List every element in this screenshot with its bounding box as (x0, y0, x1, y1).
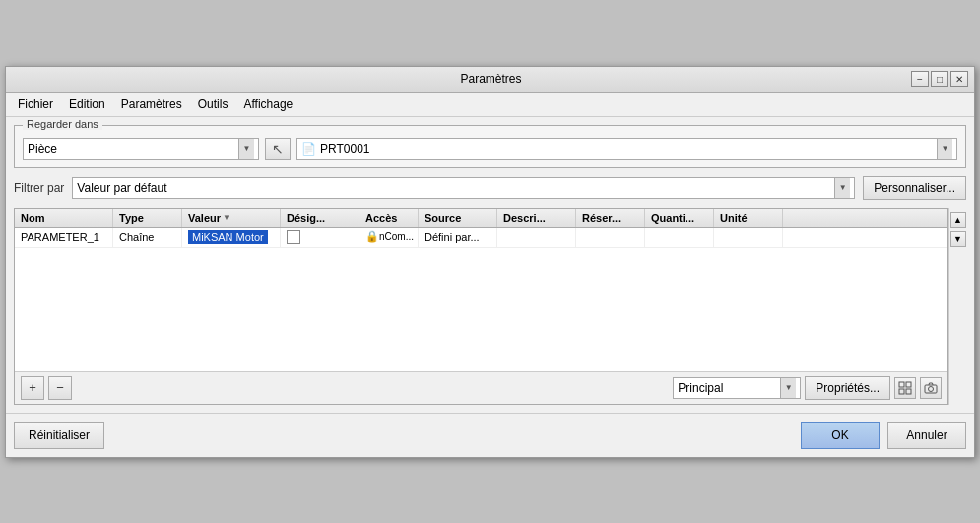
path-value: PRT0001 (320, 142, 369, 156)
menu-edition[interactable]: Edition (61, 95, 113, 114)
filter-combo[interactable]: Valeur par défaut ▼ (72, 177, 855, 199)
principal-arrow: ▼ (780, 378, 796, 398)
filter-row: Filtrer par Valeur par défaut ▼ Personna… (14, 176, 966, 200)
cell-source: Défini par... (419, 228, 497, 247)
cell-valeur-highlight: MiKSAN Motor (188, 230, 268, 244)
close-button[interactable]: ✕ (950, 71, 968, 87)
col-header-type: Type (113, 209, 182, 227)
svg-rect-3 (906, 389, 911, 394)
bottom-right-controls: Principal ▼ Propriétés... (673, 376, 942, 400)
personnaliser-button[interactable]: Personnaliser... (863, 176, 966, 200)
table-grid-icon[interactable] (894, 377, 916, 399)
cell-nom: PARAMETER_1 (15, 228, 113, 247)
menu-affichage[interactable]: Affichage (235, 95, 300, 114)
principal-value: Principal (678, 381, 723, 395)
cell-reser (576, 228, 645, 247)
cell-unite (714, 228, 783, 247)
menu-parametres[interactable]: Paramètres (113, 95, 190, 114)
footer-right: OK Annuler (801, 422, 966, 449)
path-combo[interactable]: 📄 PRT0001 ▼ (296, 138, 957, 160)
regarder-dans-combo[interactable]: Pièce ▼ (23, 138, 259, 160)
add-button[interactable]: + (21, 376, 44, 400)
cell-valeur[interactable]: MiKSAN Motor (182, 228, 281, 247)
main-window: Paramètres − □ ✕ Fichier Edition Paramèt… (5, 66, 975, 458)
table-header: Nom Type Valeur ▼ Désig... Accès (15, 209, 947, 228)
scroll-sidebar: ▲ ▼ (948, 208, 966, 405)
cell-descri (497, 228, 576, 247)
col-header-unite: Unité (714, 209, 783, 227)
path-icon: 📄 (301, 142, 316, 156)
regarder-dans-group: Regarder dans Pièce ▼ ↖ 📄 PRT0001 ▼ (14, 125, 966, 168)
scroll-up-arrow[interactable]: ▲ (950, 212, 966, 228)
menu-fichier[interactable]: Fichier (10, 95, 61, 114)
principal-combo[interactable]: Principal ▼ (673, 377, 801, 399)
cell-extra (783, 228, 947, 247)
lock-icon: 🔒 (365, 230, 379, 243)
filter-value: Valeur par défaut (77, 181, 166, 195)
minimize-button[interactable]: − (911, 71, 929, 87)
svg-point-5 (929, 386, 934, 391)
regarder-dans-legend: Regarder dans (23, 118, 102, 130)
regarder-dans-value: Pièce (28, 142, 57, 156)
footer: Réinitialiser OK Annuler (6, 413, 974, 457)
reinitialiser-button[interactable]: Réinitialiser (14, 422, 104, 449)
menu-outils[interactable]: Outils (190, 95, 236, 114)
cursor-button[interactable]: ↖ (265, 138, 291, 160)
svg-rect-2 (899, 389, 904, 394)
annuler-button[interactable]: Annuler (887, 422, 966, 449)
ok-button[interactable]: OK (801, 422, 880, 449)
regarder-dans-arrow: ▼ (238, 139, 254, 159)
content-area: Regarder dans Pièce ▼ ↖ 📄 PRT0001 ▼ Filt… (6, 117, 974, 413)
desig-checkbox[interactable] (287, 230, 300, 244)
cell-type: Chaîne (113, 228, 182, 247)
col-header-descri: Descri... (497, 209, 576, 227)
col-header-quanti: Quanti... (645, 209, 714, 227)
properties-button[interactable]: Propriétés... (805, 376, 890, 400)
window-title: Paramètres (71, 72, 911, 86)
scroll-down-arrow[interactable]: ▼ (950, 231, 966, 247)
remove-button[interactable]: − (48, 376, 72, 400)
add-remove-buttons: + − (21, 376, 72, 400)
cell-acces: 🔒 nCom... (359, 228, 419, 247)
table-container: Nom Type Valeur ▼ Désig... Accès (14, 208, 948, 405)
col-header-acces: Accès (359, 209, 419, 227)
footer-left: Réinitialiser (14, 422, 104, 449)
col-header-reser: Réser... (576, 209, 645, 227)
restore-button[interactable]: □ (931, 71, 948, 87)
svg-rect-0 (899, 382, 904, 387)
col-header-source: Source (419, 209, 497, 227)
svg-rect-1 (906, 382, 911, 387)
cell-quanti (645, 228, 714, 247)
col-header-nom: Nom (15, 209, 113, 227)
col-header-valeur[interactable]: Valeur ▼ (182, 209, 281, 227)
table-area: Nom Type Valeur ▼ Désig... Accès (14, 208, 966, 405)
col-header-desig: Désig... (281, 209, 359, 227)
table-bottom-toolbar: + − Principal ▼ Propriétés... (15, 371, 947, 404)
filter-arrow: ▼ (834, 178, 850, 198)
title-bar: Paramètres − □ ✕ (6, 67, 974, 93)
table-row[interactable]: PARAMETER_1 Chaîne MiKSAN Motor 🔒 (15, 228, 947, 248)
camera-icon[interactable] (920, 377, 942, 399)
sort-icon: ▼ (223, 213, 230, 222)
window-controls: − □ ✕ (911, 71, 968, 87)
col-header-extra (783, 209, 947, 227)
path-arrow: ▼ (937, 139, 952, 159)
cell-desig (281, 228, 359, 247)
filter-label: Filtrer par (14, 181, 64, 195)
menubar: Fichier Edition Paramètres Outils Affich… (6, 93, 974, 117)
table-body: PARAMETER_1 Chaîne MiKSAN Motor 🔒 (15, 228, 947, 371)
